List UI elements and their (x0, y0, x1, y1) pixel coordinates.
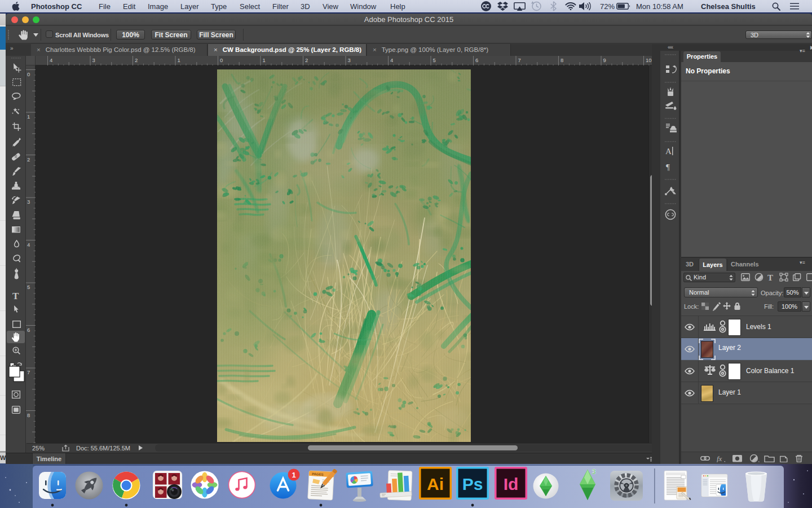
svg-text:fx: fx (717, 454, 722, 462)
svg-text:8: 8 (561, 57, 563, 63)
svg-text:1: 1 (178, 57, 180, 63)
svg-text:1: 1 (292, 471, 295, 479)
svg-text:A: A (665, 147, 672, 156)
svg-text:6: 6 (27, 327, 30, 333)
svg-text:7: 7 (27, 369, 30, 375)
svg-text:8: 8 (27, 412, 30, 418)
svg-text:3: 3 (592, 468, 596, 476)
svg-text:5: 5 (27, 284, 30, 290)
svg-text:7: 7 (518, 57, 521, 63)
svg-text:3: 3 (27, 199, 30, 205)
svg-text:3: 3 (348, 57, 351, 63)
svg-text:10: 10 (646, 57, 652, 63)
svg-text:PAGES: PAGES (312, 472, 324, 476)
svg-text:Ai: Ai (427, 475, 444, 493)
svg-text:6: 6 (475, 57, 478, 63)
svg-text:1: 1 (27, 113, 30, 120)
svg-text:0: 0 (27, 71, 30, 77)
svg-text:3: 3 (92, 57, 95, 63)
svg-text:4: 4 (390, 57, 393, 63)
svg-text:9: 9 (603, 57, 606, 63)
svg-text:T: T (767, 273, 773, 282)
svg-text:4: 4 (27, 242, 30, 248)
svg-text:2: 2 (305, 57, 308, 63)
svg-text:Id: Id (504, 475, 519, 493)
svg-text:4: 4 (50, 57, 52, 63)
svg-text:2: 2 (27, 156, 30, 163)
svg-text:Ps: Ps (462, 475, 483, 493)
svg-text:T: T (12, 291, 19, 301)
svg-text:1: 1 (263, 57, 266, 63)
svg-text:2: 2 (135, 57, 138, 63)
svg-text:5: 5 (433, 57, 436, 63)
svg-text:¶: ¶ (666, 163, 670, 172)
svg-text:0: 0 (220, 57, 223, 63)
